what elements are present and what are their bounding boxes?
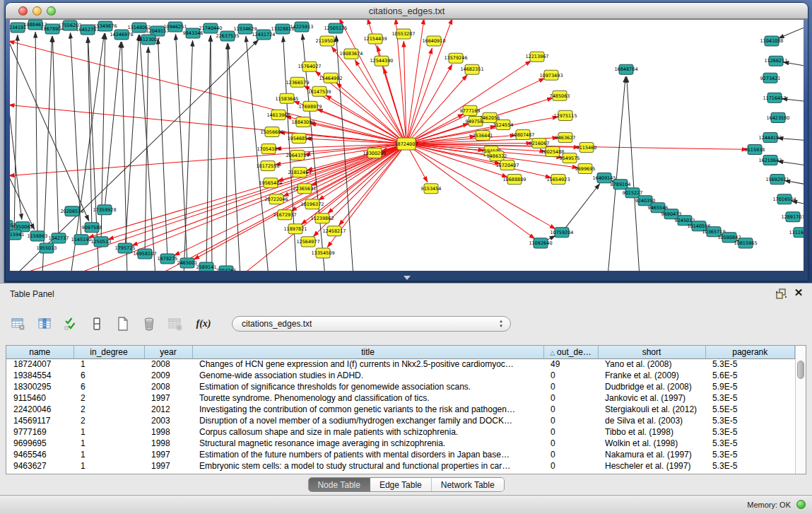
cell-in_degree[interactable]: 2 <box>73 404 144 415</box>
cell-in_degree[interactable]: 6 <box>73 370 144 381</box>
cell-short[interactable]: Jankovic et al. (1997) <box>598 392 705 404</box>
graph-edge[interactable] <box>52 36 59 238</box>
table-row[interactable]: 969969511998Structural magnetic resonanc… <box>6 438 795 449</box>
tab-node-table[interactable]: Node Table <box>308 478 370 491</box>
cell-name[interactable]: 19384554 <box>6 370 73 381</box>
cell-out_degree[interactable]: 0 <box>543 370 598 381</box>
graph-edge[interactable] <box>355 60 406 144</box>
cell-out_degree[interactable]: 0 <box>543 449 598 460</box>
cell-title[interactable]: Investigating the contribution of common… <box>192 404 543 415</box>
cell-title[interactable]: Genome-wide association studies in ADHD. <box>192 370 543 381</box>
zoom-window-button[interactable] <box>47 6 56 16</box>
float-panel-button[interactable] <box>775 288 788 300</box>
graph-edge[interactable] <box>88 144 406 238</box>
window-titlebar[interactable]: citations_edges.txt <box>6 3 808 19</box>
close-window-button[interactable] <box>18 6 28 16</box>
panel-splitter-handle[interactable] <box>404 276 411 280</box>
cell-name[interactable]: 9463627 <box>6 460 73 472</box>
graph-edge[interactable] <box>184 40 193 271</box>
cell-out_degree[interactable]: 0 <box>543 392 598 404</box>
graph-edge[interactable] <box>206 35 211 267</box>
cell-pagerank[interactable]: 5.9E-5 <box>705 381 795 392</box>
graph-edge[interactable] <box>35 32 37 236</box>
cell-pagerank[interactable]: 5.3E-5 <box>705 438 795 449</box>
graph-edge[interactable] <box>627 76 640 271</box>
graph-edge[interactable] <box>105 42 121 210</box>
cell-title[interactable]: Corpus callosum shape and size in male p… <box>192 426 543 438</box>
cell-out_degree[interactable]: 0 <box>543 438 598 449</box>
graph-edge[interactable] <box>226 43 228 271</box>
cell-name[interactable]: 9115460 <box>6 392 73 404</box>
cell-year[interactable]: 2003 <box>144 415 192 426</box>
table-row[interactable]: 977716911998Corpus callosum shape and si… <box>6 426 795 438</box>
cell-pagerank[interactable]: 5.3E-5 <box>705 460 795 472</box>
graph-edge[interactable] <box>158 38 167 259</box>
cell-pagerank[interactable]: 5.5E-5 <box>705 404 795 415</box>
graph-edge[interactable] <box>310 123 406 144</box>
cell-name[interactable]: 9777169 <box>6 426 73 438</box>
cell-short[interactable]: Stergiakouli et al. (2012) <box>598 404 705 415</box>
column-header-short[interactable]: short <box>598 346 705 358</box>
table-row[interactable]: 1830029562008Estimation of significance … <box>6 381 795 392</box>
column-header-in_degree[interactable]: in_degree <box>73 346 144 358</box>
cell-in_degree[interactable]: 6 <box>73 381 144 392</box>
cell-short[interactable]: Tibbo et al. (1998) <box>598 426 705 438</box>
cell-name[interactable]: 18300295 <box>6 381 73 392</box>
cell-title[interactable]: Estimation of the future numbers of pati… <box>192 449 543 460</box>
table-scrollbar-thumb[interactable] <box>797 361 804 379</box>
graph-edge[interactable] <box>131 144 406 245</box>
cell-name[interactable]: 9699695 <box>6 438 73 449</box>
cell-in_degree[interactable]: 1 <box>73 449 144 460</box>
cell-out_degree[interactable]: 0 <box>543 460 598 472</box>
cell-in_degree[interactable]: 1 <box>73 426 144 438</box>
minimize-window-button[interactable] <box>33 6 42 16</box>
cell-year[interactable]: 1998 <box>144 438 192 449</box>
cell-year[interactable]: 1997 <box>144 460 192 472</box>
column-header-out_degree[interactable]: △out_de… <box>543 346 598 358</box>
cell-pagerank[interactable]: 5.3E-5 <box>705 415 795 426</box>
cell-title[interactable]: Embryonic stem cells: a model to study s… <box>192 460 543 472</box>
table-row[interactable]: 911546021997Tourette syndrome. Phenomeno… <box>6 392 795 404</box>
function-builder-button[interactable]: f(x) <box>192 314 216 334</box>
cell-out_degree[interactable]: 49 <box>543 358 598 370</box>
graph-edge[interactable] <box>10 41 89 221</box>
cell-in_degree[interactable]: 2 <box>73 415 144 426</box>
cell-short[interactable]: Wolkin et al. (1998) <box>598 438 705 449</box>
cell-pagerank[interactable]: 5.6E-5 <box>705 370 795 381</box>
cell-year[interactable]: 1997 <box>144 449 192 460</box>
cell-name[interactable]: 14569117 <box>6 415 73 426</box>
table-row[interactable]: 946554611997Estimation of the future num… <box>6 449 795 460</box>
graph-edge[interactable] <box>122 42 127 271</box>
delete-column-button[interactable] <box>139 314 159 334</box>
cell-out_degree[interactable]: 0 <box>543 404 598 415</box>
cell-name[interactable]: 22420046 <box>6 404 73 415</box>
cell-in_degree[interactable]: 1 <box>73 358 144 370</box>
clear-selection-button[interactable] <box>87 314 107 334</box>
cell-pagerank[interactable]: 5.3E-5 <box>705 392 795 404</box>
table-row[interactable]: 1872400712008Changes of HCN gene express… <box>6 358 795 370</box>
citation-network-graph[interactable]: 1872400715764027123665791158364514613968… <box>10 20 804 271</box>
table-row[interactable]: 1938455462009Genome-wide association stu… <box>6 370 795 381</box>
cell-pagerank[interactable]: 5.3E-5 <box>705 449 795 460</box>
cell-year[interactable]: 2008 <box>144 358 192 370</box>
cell-out_degree[interactable]: 0 <box>543 381 598 392</box>
cell-title[interactable]: Tourette syndrome. Phenomenology and cla… <box>192 392 543 404</box>
cell-year[interactable]: 2009 <box>144 370 192 381</box>
cell-in_degree[interactable]: 1 <box>73 438 144 449</box>
column-header-pagerank[interactable]: pagerank <box>705 346 795 358</box>
cell-year[interactable]: 2008 <box>144 381 192 392</box>
table-options-button[interactable] <box>8 314 28 334</box>
cell-out_degree[interactable]: 0 <box>543 426 598 438</box>
cell-short[interactable]: de Silva et al. (2003) <box>598 415 705 426</box>
cell-year[interactable]: 1997 <box>144 392 192 404</box>
cell-short[interactable]: Nakamura et al. (1997) <box>598 449 705 460</box>
close-panel-button[interactable]: ✕ <box>792 286 805 299</box>
graph-edge[interactable] <box>125 35 139 248</box>
tab-network-table[interactable]: Network Table <box>432 478 504 491</box>
cell-in_degree[interactable]: 2 <box>73 392 144 404</box>
graph-edge[interactable] <box>10 105 406 144</box>
network-canvas[interactable]: 1872400715764027123665791158364514613968… <box>10 20 804 271</box>
cell-short[interactable]: Hescheler et al. (1997) <box>598 460 705 472</box>
cell-name[interactable]: 9465546 <box>6 449 73 460</box>
graph-edge[interactable] <box>562 184 600 233</box>
